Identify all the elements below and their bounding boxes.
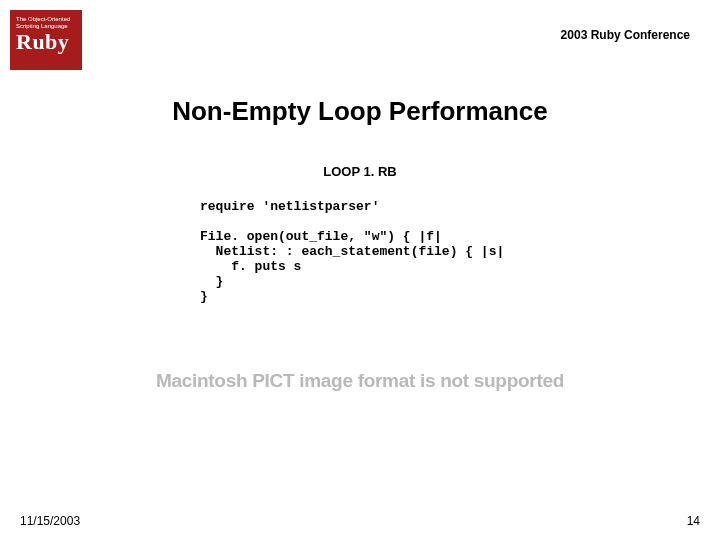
footer-date: 11/15/2003 — [20, 514, 80, 528]
logo-name: Ruby — [10, 29, 82, 59]
logo-tagline: The Object-Oriented Scripting Language — [10, 10, 82, 29]
code-block: require 'netlistparser' File. open(out_f… — [200, 200, 640, 305]
slide: The Object-Oriented Scripting Language R… — [0, 0, 720, 540]
file-label: LOOP 1. RB — [0, 164, 720, 179]
pict-unsupported-message: Macintosh PICT image format is not suppo… — [0, 370, 720, 393]
conference-label: 2003 Ruby Conference — [561, 28, 690, 42]
footer-page-number: 14 — [687, 514, 700, 528]
page-title: Non-Empty Loop Performance — [0, 96, 720, 127]
ruby-logo: The Object-Oriented Scripting Language R… — [10, 10, 82, 70]
